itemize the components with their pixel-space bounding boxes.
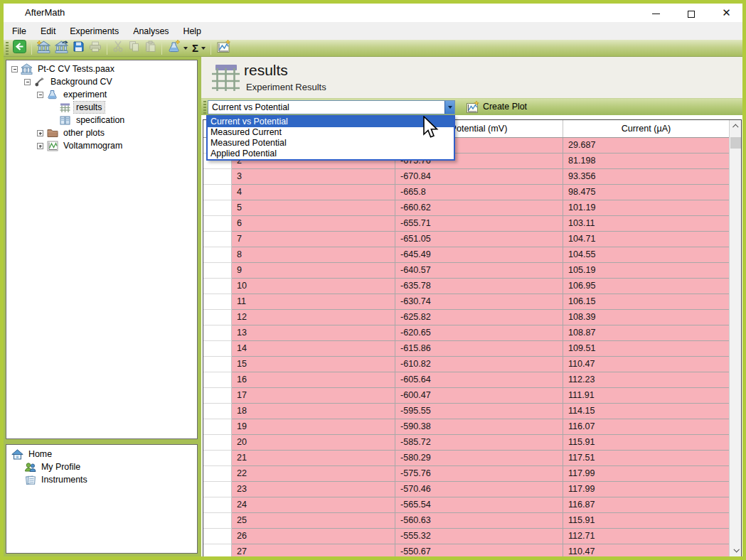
- cell-potential[interactable]: -635.78: [395, 279, 563, 294]
- cell-index[interactable]: 17: [232, 388, 395, 404]
- tree-item-voltammogram[interactable]: Voltammogram: [61, 140, 124, 151]
- maximize-button[interactable]: [676, 4, 708, 23]
- row-selector[interactable]: [203, 466, 232, 482]
- tree-expander-voltammogram[interactable]: [37, 143, 43, 149]
- row-selector[interactable]: [203, 372, 232, 388]
- cell-current[interactable]: 104.71: [563, 232, 730, 247]
- menu-analyses[interactable]: Analyses: [126, 23, 176, 39]
- row-selector[interactable]: [203, 216, 232, 232]
- cell-potential[interactable]: -555.32: [395, 529, 563, 544]
- cell-potential[interactable]: -575.76: [395, 466, 563, 482]
- cell-potential[interactable]: -600.47: [395, 388, 563, 404]
- cell-current[interactable]: 115.91: [563, 513, 730, 529]
- dropdown-option-current-vs-potential[interactable]: Current vs Potential: [208, 117, 454, 127]
- menu-file[interactable]: File: [5, 23, 33, 39]
- create-plot-button[interactable]: Create Plot: [483, 102, 527, 112]
- new-experiment-dropdown-arrow[interactable]: [183, 47, 188, 50]
- scrollbar-thumb[interactable]: [730, 137, 741, 149]
- analysis-sigma-button[interactable]: Σ: [191, 41, 207, 56]
- cell-index[interactable]: 7: [232, 232, 395, 247]
- cell-current[interactable]: 81.198: [563, 154, 730, 169]
- cell-potential[interactable]: -630.74: [395, 294, 563, 310]
- row-selector[interactable]: [203, 529, 232, 544]
- cell-current[interactable]: 105.19: [563, 263, 730, 279]
- cell-index[interactable]: 4: [232, 185, 395, 200]
- row-selector[interactable]: [203, 185, 232, 200]
- cell-current[interactable]: 115.91: [563, 435, 730, 451]
- row-selector[interactable]: [203, 325, 232, 341]
- dropdown-option-applied-potential[interactable]: Applied Potential: [208, 149, 454, 159]
- cell-index[interactable]: 12: [232, 310, 395, 325]
- row-selector[interactable]: [203, 357, 232, 372]
- cell-potential[interactable]: -615.86: [395, 341, 563, 357]
- open-archive-button[interactable]: [53, 41, 70, 56]
- cell-index[interactable]: 8: [232, 247, 395, 263]
- cell-current[interactable]: 112.23: [563, 372, 730, 388]
- row-selector[interactable]: [203, 341, 232, 357]
- row-selector[interactable]: [203, 232, 232, 247]
- cell-potential[interactable]: -565.54: [395, 497, 563, 513]
- cell-index[interactable]: 26: [232, 529, 395, 544]
- cell-current[interactable]: 110.47: [563, 357, 730, 372]
- menu-experiments[interactable]: Experiments: [63, 23, 126, 39]
- cell-current[interactable]: 116.07: [563, 419, 730, 435]
- cell-potential[interactable]: -660.62: [395, 200, 563, 216]
- row-selector[interactable]: [203, 200, 232, 216]
- row-selector[interactable]: [203, 388, 232, 404]
- cell-index[interactable]: 5: [232, 200, 395, 216]
- menu-edit[interactable]: Edit: [33, 23, 63, 39]
- vertical-scrollbar[interactable]: [729, 120, 741, 556]
- cell-current[interactable]: 106.15: [563, 294, 730, 310]
- cell-potential[interactable]: -605.64: [395, 372, 563, 388]
- tree-item-specification[interactable]: specification: [74, 114, 127, 126]
- cell-current[interactable]: 98.475: [563, 185, 730, 200]
- cell-index[interactable]: 24: [232, 497, 395, 513]
- cell-index[interactable]: 23: [232, 482, 395, 497]
- analysis-sigma-dropdown-arrow[interactable]: [201, 47, 206, 50]
- tree-item-experiment[interactable]: experiment: [61, 89, 109, 100]
- tree-item-background-cv[interactable]: Background CV: [48, 76, 114, 87]
- cell-current[interactable]: 117.99: [563, 466, 730, 482]
- save-button[interactable]: [71, 41, 86, 56]
- nav-item-my-profile[interactable]: My Profile: [39, 461, 82, 473]
- cell-index[interactable]: 13: [232, 325, 395, 341]
- band-grip[interactable]: [203, 101, 206, 114]
- new-archive-button[interactable]: [36, 41, 52, 56]
- tree-item-results[interactable]: results: [74, 102, 105, 113]
- cell-index[interactable]: 11: [232, 294, 395, 310]
- cell-current[interactable]: 104.55: [563, 247, 730, 263]
- cell-potential[interactable]: -640.57: [395, 263, 563, 279]
- cell-potential[interactable]: -625.82: [395, 310, 563, 325]
- cell-index[interactable]: 14: [232, 341, 395, 357]
- cell-index[interactable]: 22: [232, 466, 395, 482]
- new-plot-button[interactable]: [215, 41, 233, 56]
- cell-current[interactable]: 106.95: [563, 279, 730, 294]
- dropdown-option-measured-potential[interactable]: Measured Potential: [208, 138, 454, 149]
- cell-current[interactable]: 112.71: [563, 529, 730, 544]
- toolbar-grip[interactable]: [6, 42, 9, 55]
- cell-current[interactable]: 111.91: [563, 388, 730, 404]
- cell-potential[interactable]: -610.82: [395, 357, 563, 372]
- cell-potential[interactable]: -580.29: [395, 451, 563, 466]
- tree-expander-other-plots[interactable]: [37, 130, 43, 136]
- tree-expander-background-cv[interactable]: [24, 79, 31, 85]
- cell-index[interactable]: 21: [232, 451, 395, 466]
- cell-index[interactable]: 9: [232, 263, 395, 279]
- scroll-up-button[interactable]: [730, 120, 742, 133]
- dropdown-option-measured-current[interactable]: Measured Current: [208, 127, 454, 138]
- cell-current[interactable]: 108.87: [563, 325, 730, 341]
- row-selector[interactable]: [203, 513, 232, 529]
- row-selector[interactable]: [203, 544, 232, 556]
- cell-potential[interactable]: -665.8: [395, 185, 563, 200]
- cell-potential[interactable]: -651.05: [395, 232, 563, 247]
- column-header-current-a[interactable]: Current (µA): [563, 120, 730, 137]
- nav-item-instruments[interactable]: Instruments: [39, 474, 90, 485]
- cell-index[interactable]: 18: [232, 404, 395, 419]
- combobox-dropdown-button[interactable]: [444, 101, 454, 114]
- back-button[interactable]: [11, 41, 28, 56]
- cell-index[interactable]: 10: [232, 279, 395, 294]
- row-selector[interactable]: [203, 451, 232, 466]
- cell-current[interactable]: 108.39: [563, 310, 730, 325]
- tree-expander-pt-c-cv-tests-paax[interactable]: [11, 66, 18, 72]
- tree-item-other-plots[interactable]: other plots: [61, 127, 107, 139]
